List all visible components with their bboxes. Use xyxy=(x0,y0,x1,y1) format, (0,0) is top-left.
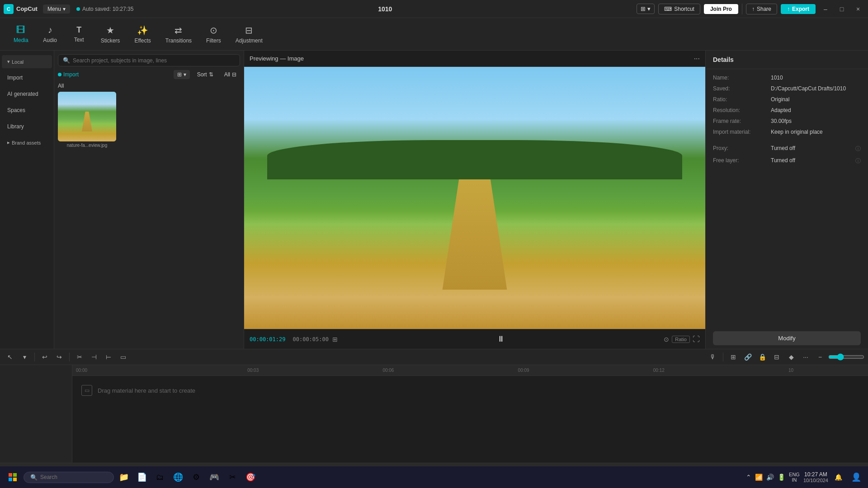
notification-button[interactable]: 🔔 xyxy=(832,471,844,483)
select-tool-button[interactable]: ↖ xyxy=(4,351,16,363)
link-button[interactable]: 🔗 xyxy=(741,351,754,363)
project-title: 1010 xyxy=(137,5,633,13)
nav-library[interactable]: Library xyxy=(2,120,52,133)
media-panel: 🔍 Import ⊞ ▾ Sort ⇅ xyxy=(54,51,244,349)
toolbar-separator-3 xyxy=(723,352,723,361)
battery-icon[interactable]: 🔋 xyxy=(778,474,785,481)
tab-media[interactable]: 🎞 Media xyxy=(7,22,35,46)
all-filter-button[interactable]: All ⊟ xyxy=(221,70,240,79)
keyframe-button[interactable]: ◆ xyxy=(785,351,797,363)
detail-free-layer: Free layer: Turned off ⓘ xyxy=(713,157,861,165)
crop-button[interactable]: ▭ xyxy=(117,351,129,363)
tab-stickers[interactable]: ★ Stickers xyxy=(94,22,127,47)
taskbar-settings[interactable]: ⚙ xyxy=(188,469,204,485)
share-button[interactable]: ↑ Share xyxy=(746,4,777,14)
taskbar-search-input[interactable] xyxy=(40,474,104,480)
join-pro-button[interactable]: Join Pro xyxy=(704,4,738,14)
minimize-button[interactable]: – xyxy=(819,3,832,15)
preview-menu-button[interactable]: ··· xyxy=(694,55,700,63)
detail-name: Name: 1010 xyxy=(713,75,861,81)
zoom-slider[interactable] xyxy=(828,353,864,361)
nav-local[interactable]: ▾ Local xyxy=(2,55,52,68)
chevron-right-icon: ▸ xyxy=(7,140,10,145)
nav-ai-generated[interactable]: AI generated xyxy=(2,87,52,101)
detail-label-free-layer: Free layer: xyxy=(713,157,767,164)
tab-adjustment[interactable]: ⊟ Adjustment xyxy=(229,22,269,47)
play-pause-button[interactable]: ⏸ xyxy=(494,332,508,347)
maximize-button[interactable]: □ xyxy=(835,3,848,15)
select-dropdown-button[interactable]: ▾ xyxy=(18,351,31,363)
volume-icon[interactable]: 🔊 xyxy=(766,474,774,481)
taskbar-gaming[interactable]: 🎮 xyxy=(206,469,222,485)
taskbar-maps[interactable]: 🌐 xyxy=(170,469,186,485)
timeline-scrollbar[interactable] xyxy=(0,463,868,466)
split-audio-button[interactable]: ⊟ xyxy=(770,351,783,363)
detail-label-ratio: Ratio: xyxy=(713,96,767,103)
taskbar-capcut[interactable]: ✂ xyxy=(224,469,241,485)
ruler-mark-4: 00:12 xyxy=(653,365,665,375)
nav-spaces[interactable]: Spaces xyxy=(2,103,52,117)
more-button[interactable]: ··· xyxy=(799,351,812,363)
minus-button[interactable]: − xyxy=(814,351,826,363)
taskbar-search-bar[interactable]: 🔍 xyxy=(24,472,114,483)
search-input[interactable] xyxy=(73,57,235,64)
media-grid: nature-fa...eview.jpg xyxy=(58,92,240,148)
timeline-track-area: ▭ Drag material here and start to create xyxy=(72,376,868,405)
import-button[interactable]: Import xyxy=(58,71,79,78)
nav-import[interactable]: Import xyxy=(2,71,52,84)
magnet-button[interactable]: ⊞ xyxy=(727,351,740,363)
proxy-info-icon[interactable]: ⓘ xyxy=(855,145,861,153)
drop-zone: ▭ Drag material here and start to create xyxy=(72,385,868,396)
lock-button[interactable]: 🔒 xyxy=(756,351,769,363)
split-button[interactable]: ✂ xyxy=(73,351,86,363)
free-layer-info-icon[interactable]: ⓘ xyxy=(855,157,861,165)
user-avatar[interactable]: 👤 xyxy=(848,469,864,485)
tab-filters[interactable]: ⊙ Filters xyxy=(200,22,227,47)
taskbar-file-explorer[interactable]: 📁 xyxy=(116,469,132,485)
screen-layout-selector[interactable]: ⊞ ▾ xyxy=(637,4,655,14)
preview-image xyxy=(244,67,705,329)
taskbar-folders[interactable]: 🗂 xyxy=(152,469,168,485)
tab-transitions[interactable]: ⇄ Transitions xyxy=(159,22,198,47)
redo-button[interactable]: ↪ xyxy=(53,351,66,363)
trim-right-button[interactable]: ⊢ xyxy=(102,351,115,363)
detail-resolution: Resolution: Adapted xyxy=(713,107,861,113)
taskbar-notepad[interactable]: 📄 xyxy=(134,469,150,485)
svg-rect-3 xyxy=(13,478,17,481)
trim-left-button[interactable]: ⊣ xyxy=(88,351,100,363)
left-panel: ▾ Local Import AI generated Spaces Libra… xyxy=(0,51,244,349)
tab-audio[interactable]: ♪ Audio xyxy=(37,22,64,46)
tab-effects[interactable]: ✨ Effects xyxy=(128,22,157,47)
stickers-icon: ★ xyxy=(106,25,114,36)
taskbar-extra[interactable]: 🎯 xyxy=(242,469,259,485)
close-button[interactable]: × xyxy=(852,3,864,15)
taskbar-clock[interactable]: 10:27 AM 10/10/2024 xyxy=(803,471,828,483)
modify-button[interactable]: Modify xyxy=(713,331,861,345)
chevron-up-icon[interactable]: ⌃ xyxy=(746,474,751,481)
media-item[interactable]: nature-fa...eview.jpg xyxy=(58,92,116,148)
timeline-toolbar-right: 🎙 ⊞ 🔗 🔒 ⊟ ◆ ··· − xyxy=(707,351,864,363)
mic-button[interactable]: 🎙 xyxy=(707,351,719,363)
menu-button[interactable]: Menu ▾ xyxy=(43,5,70,14)
export-button[interactable]: ↑ Export xyxy=(781,4,816,14)
undo-button[interactable]: ↩ xyxy=(38,351,51,363)
screenshot-button[interactable]: ⊙ xyxy=(664,336,669,343)
nature-thumb-image xyxy=(58,92,116,141)
grid-view-button[interactable]: ⊞ ▾ xyxy=(174,70,190,79)
fullscreen-button[interactable]: ⛶ xyxy=(693,335,700,343)
start-button[interactable] xyxy=(4,468,22,486)
detail-ratio: Ratio: Original xyxy=(713,96,861,103)
tab-text[interactable]: T Text xyxy=(66,23,93,46)
sort-button[interactable]: Sort ⇅ xyxy=(193,70,217,79)
nav-brand-assets[interactable]: ▸ Brand assets xyxy=(2,136,52,149)
detail-value-free-layer: Turned off xyxy=(771,157,852,164)
left-content: ▾ Local Import AI generated Spaces Libra… xyxy=(0,51,244,349)
ratio-badge[interactable]: Ratio xyxy=(672,336,690,343)
network-icon[interactable]: 📶 xyxy=(755,474,763,481)
language-indicator[interactable]: ENG IN xyxy=(789,472,800,483)
media-thumbnail xyxy=(58,92,116,141)
detail-label-name: Name: xyxy=(713,75,767,81)
top-bar: C CopCut Menu ▾ Auto saved: 10:27:35 101… xyxy=(0,0,868,18)
shortcut-button[interactable]: ⌨ Shortcut xyxy=(658,4,700,14)
timeline-grid-button[interactable]: ⊞ xyxy=(332,336,338,343)
